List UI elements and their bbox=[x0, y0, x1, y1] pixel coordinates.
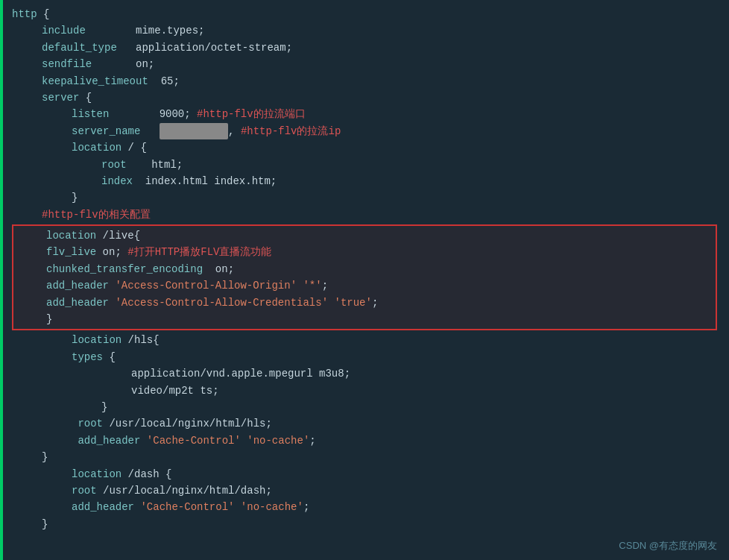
line-http: http { bbox=[12, 6, 717, 22]
line-location-live: location /live{ bbox=[16, 227, 713, 244]
line-flv-live: flv_live on; #打开HTTP播放FLV直播流功能 bbox=[16, 244, 713, 260]
line-root-hls: root /usr/local/nginx/html/hls; bbox=[12, 415, 717, 432]
line-chunked: chunked_transfer_encoding on; bbox=[16, 261, 713, 277]
line-keepalive: keepalive_timeout 65; bbox=[12, 73, 717, 89]
line-root-dash: root /usr/local/nginx/html/dash; bbox=[12, 482, 717, 499]
line-types: types { bbox=[12, 349, 717, 365]
line-server-name: server_name , #http-flv的拉流ip bbox=[12, 123, 717, 139]
line-add-header-cred: add_header 'Access-Control-Allow-Credent… bbox=[16, 295, 713, 311]
line-location-dash: location /dash { bbox=[12, 466, 717, 482]
line-default-type: default_type application/octet-stream; bbox=[12, 40, 717, 56]
line-close-types: } bbox=[12, 399, 717, 415]
line-ts: video/mp2t ts; bbox=[12, 383, 717, 399]
redacted-ip bbox=[160, 123, 228, 139]
line-index: index index.html index.htm; bbox=[12, 173, 717, 189]
line-root: root html; bbox=[12, 157, 717, 173]
line-location-hls: location /hls{ bbox=[12, 332, 717, 348]
line-listen: listen 9000; #http-flv的拉流端口 bbox=[12, 106, 717, 122]
line-sendfile: sendfile on; bbox=[12, 56, 717, 72]
watermark: CSDN @有态度的网友 bbox=[619, 539, 717, 553]
line-cache-hls: add_header 'Cache-Control' 'no-cache'; bbox=[12, 432, 717, 449]
flv-block: location /live{ flv_live on; #打开HTTP播放FL… bbox=[12, 224, 717, 330]
line-close-location: } bbox=[12, 189, 717, 206]
line-close-dash: } bbox=[12, 516, 717, 532]
line-location-root: location / { bbox=[12, 139, 717, 156]
line-close-hls: } bbox=[12, 449, 717, 465]
line-server: server { bbox=[12, 89, 717, 106]
line-cache-dash: add_header 'Cache-Control' 'no-cache'; bbox=[12, 499, 717, 515]
line-comment-flv: #http-flv的相关配置 bbox=[12, 207, 717, 223]
code-container: http { include mime.types; default_type … bbox=[0, 0, 729, 538]
line-include: include mime.types; bbox=[12, 22, 717, 39]
line-close-live: } bbox=[16, 311, 713, 327]
line-add-header-origin: add_header 'Access-Control-Allow-Origin'… bbox=[16, 277, 713, 294]
line-m3u8: application/vnd.apple.mpegurl m3u8; bbox=[12, 365, 717, 382]
